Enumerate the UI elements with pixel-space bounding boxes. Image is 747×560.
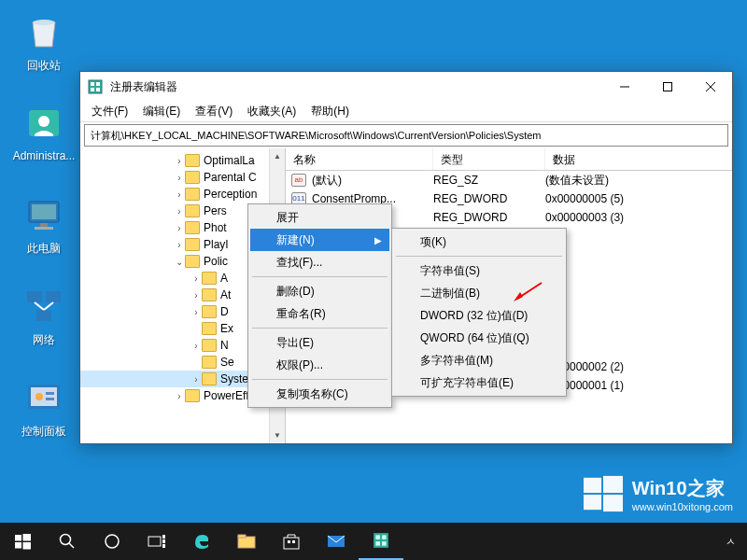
expand-icon[interactable]: ›	[174, 223, 185, 233]
context-menu-item[interactable]: 项(K)	[394, 231, 564, 253]
context-menu-item[interactable]: 字符串值(S)	[394, 259, 564, 282]
watermark: Win10之家 www.win10xitong.com	[584, 474, 733, 513]
menu-item-label: 重命名(R)	[276, 306, 326, 322]
context-menu-item[interactable]: 多字符串值(M)	[394, 349, 564, 371]
expand-icon[interactable]: ›	[174, 240, 185, 250]
expand-icon[interactable]: ›	[174, 206, 185, 217]
close-button[interactable]	[689, 72, 732, 102]
tree-label: Phot	[204, 221, 227, 234]
menu-item-label: 二进制值(B)	[420, 286, 480, 301]
folder-icon	[185, 171, 200, 184]
store-button[interactable]	[269, 523, 314, 560]
expand-icon[interactable]: ›	[190, 273, 202, 284]
start-button[interactable]	[0, 523, 45, 560]
expand-icon[interactable]: ›	[174, 156, 185, 166]
maximize-button[interactable]	[646, 72, 689, 102]
value-type: REG_SZ	[433, 174, 545, 187]
regedit-taskbar-button[interactable]	[359, 523, 403, 560]
svg-rect-31	[603, 495, 623, 511]
minimize-button[interactable]	[603, 72, 646, 102]
context-menu-item[interactable]: 重命名(R)	[250, 302, 389, 325]
expand-icon[interactable]: ›	[174, 189, 185, 200]
svg-point-14	[35, 393, 43, 400]
win10-logo-icon	[584, 474, 623, 513]
taskbar[interactable]: ㅅ	[0, 523, 747, 560]
context-menu-item[interactable]: 复制项名称(C)	[250, 383, 389, 405]
window-title: 注册表编辑器	[110, 79, 603, 95]
folder-icon	[202, 356, 217, 369]
tree-item[interactable]: ›OptimalLa	[80, 152, 285, 169]
titlebar[interactable]: 注册表编辑器	[80, 72, 732, 102]
submenu-arrow-icon: ▶	[374, 235, 382, 245]
mail-button[interactable]	[314, 523, 359, 560]
menu-item[interactable]: 收藏夹(A)	[240, 102, 303, 121]
value-data: (1)	[545, 304, 732, 317]
context-menu-item[interactable]: 权限(P)...	[250, 354, 389, 376]
svg-rect-6	[35, 227, 53, 230]
context-menu-item[interactable]: 查找(F)...	[250, 251, 389, 273]
tree-label: Se	[220, 356, 234, 369]
menu-item[interactable]: 文件(F)	[84, 102, 135, 121]
expand-icon[interactable]: ›	[190, 307, 202, 317]
cortana-button[interactable]	[90, 523, 134, 560]
context-menu-item[interactable]: 新建(N)▶	[250, 229, 389, 251]
svg-rect-30	[584, 495, 601, 510]
context-menu-item[interactable]: 可扩充字符串值(E)	[394, 371, 564, 394]
svg-rect-4	[32, 204, 56, 219]
folder-icon	[185, 154, 200, 167]
desktop-icon-user[interactable]: Administra...	[11, 101, 77, 162]
svg-rect-32	[15, 535, 21, 541]
tree-item[interactable]: ›Parental C	[80, 169, 285, 186]
desktop-icon-label: 此电脑	[11, 241, 77, 257]
desktop-icon-pc[interactable]: 此电脑	[11, 192, 77, 257]
svg-rect-15	[46, 392, 54, 395]
folder-icon	[185, 238, 200, 251]
red-arrow-annotation	[512, 280, 544, 303]
svg-rect-39	[148, 537, 161, 546]
expand-icon[interactable]: ›	[190, 374, 202, 385]
scroll-up-icon[interactable]: ▲	[270, 148, 285, 164]
tree-label: Perception	[204, 188, 257, 201]
svg-rect-45	[284, 538, 299, 549]
value-type: REG_DWORD	[433, 192, 545, 205]
address-bar[interactable]: 计算机\HKEY_LOCAL_MACHINE\SOFTWARE\Microsof…	[84, 124, 728, 147]
context-menu-item[interactable]: 展开	[250, 206, 389, 229]
tray-chevron-up-icon[interactable]: ㅅ	[726, 535, 736, 549]
tree-label: Parental C	[204, 171, 257, 184]
scroll-down-icon[interactable]: ▼	[270, 427, 285, 443]
expand-icon[interactable]: ›	[174, 173, 185, 183]
system-tray[interactable]: ㅅ	[726, 535, 743, 549]
expand-icon[interactable]: ⌄	[174, 257, 185, 267]
column-header[interactable]: 数据	[545, 148, 732, 170]
context-menu-item[interactable]: QWORD (64 位)值(Q)	[394, 327, 564, 349]
menu-item-label: 项(K)	[420, 234, 446, 250]
tree-label: N	[220, 339, 229, 352]
expand-icon[interactable]: ›	[190, 290, 202, 301]
list-row[interactable]: ab(默认)REG_SZ(数值未设置)	[286, 171, 732, 189]
desktop-icon-network[interactable]: 网络	[11, 284, 77, 348]
folder-icon	[185, 221, 200, 234]
desktop-icon-recycle[interactable]: 回收站	[11, 9, 77, 74]
menu-item[interactable]: 帮助(H)	[303, 102, 357, 121]
context-menu-item[interactable]: 导出(E)	[250, 331, 389, 354]
taskview-button[interactable]	[134, 523, 179, 560]
column-header[interactable]: 类型	[433, 148, 545, 170]
column-header[interactable]: 名称	[286, 148, 433, 170]
menu-item-label: 多字符串值(M)	[420, 353, 493, 369]
user-icon	[21, 101, 66, 146]
folder-icon	[202, 339, 217, 352]
search-button[interactable]	[45, 523, 90, 560]
desktop-icon-label: 网络	[11, 332, 77, 348]
context-menu-item[interactable]: 删除(D)	[250, 280, 389, 302]
desktop-icon-control[interactable]: 控制面板	[11, 375, 77, 440]
tree-item[interactable]: ›Perception	[80, 186, 285, 203]
edge-button[interactable]	[179, 523, 224, 560]
expand-icon[interactable]: ›	[190, 341, 202, 351]
expand-icon[interactable]: ›	[174, 391, 185, 401]
explorer-button[interactable]	[224, 523, 269, 560]
menu-item[interactable]: 查看(V)	[188, 102, 240, 121]
context-menu-item[interactable]: DWORD (32 位)值(D)	[394, 304, 564, 327]
menu-item[interactable]: 编辑(E)	[135, 102, 188, 121]
menu-separator	[252, 379, 388, 380]
svg-rect-33	[22, 534, 31, 541]
